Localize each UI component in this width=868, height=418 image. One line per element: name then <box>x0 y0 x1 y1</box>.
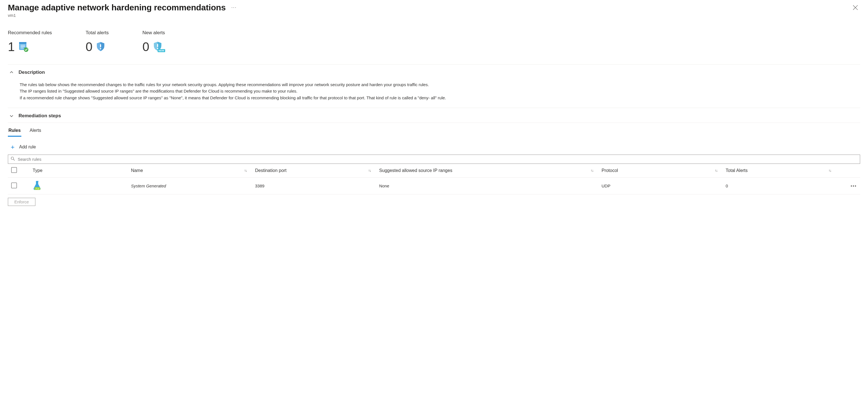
tabs: Rules Alerts <box>8 124 860 137</box>
plus-icon: ＋ <box>9 144 16 150</box>
description-line: If a recommended rule change shows "Sugg… <box>20 95 501 101</box>
metric-label: Total alerts <box>86 30 109 36</box>
section-title: Remediation steps <box>19 113 61 119</box>
section-toggle-remediation[interactable]: Remediation steps <box>8 108 860 123</box>
metric-value: 1 <box>8 41 14 53</box>
shield-new-icon: NEW <box>152 41 164 53</box>
metrics-bar: Recommended rules 1 Total alerts 0 <box>8 30 860 65</box>
cell-name: System Generated <box>131 177 255 194</box>
close-icon[interactable] <box>850 4 860 13</box>
row-checkbox[interactable] <box>11 183 17 188</box>
sort-icon: ↑↓ <box>828 168 831 173</box>
page-subtitle: vm1 <box>8 13 237 18</box>
sort-icon: ↑↓ <box>590 168 593 173</box>
table-row[interactable]: System Generated 3389 None UDP 0 ••• <box>8 177 860 194</box>
page-title: Manage adaptive network hardening recomm… <box>8 3 225 12</box>
tab-alerts[interactable]: Alerts <box>29 124 42 137</box>
cell-port: 3389 <box>255 177 379 194</box>
section-description: Description The rules tab below shows th… <box>8 65 860 108</box>
sort-icon: ↑↓ <box>244 168 247 173</box>
svg-point-13 <box>38 188 39 189</box>
svg-rect-1 <box>19 42 26 44</box>
flask-icon <box>33 187 42 192</box>
add-rule-label: Add rule <box>19 144 36 149</box>
metric-new-alerts: New alerts 0 NEW <box>143 30 165 53</box>
search-input[interactable] <box>8 154 860 164</box>
column-header-protocol[interactable]: Protocol↑↓ <box>601 164 725 178</box>
metric-value: 0 <box>86 41 92 53</box>
cell-protocol: UDP <box>601 177 725 194</box>
svg-rect-8 <box>157 44 158 47</box>
svg-point-10 <box>11 157 14 160</box>
svg-line-11 <box>13 159 15 161</box>
svg-point-12 <box>36 188 37 188</box>
description-body: The rules tab below shows the recommende… <box>8 79 502 108</box>
tab-rules[interactable]: Rules <box>8 124 21 137</box>
enforce-button[interactable]: Enforce <box>8 198 35 206</box>
column-header-name[interactable]: Name↑↓ <box>131 164 255 178</box>
metric-label: New alerts <box>143 30 165 36</box>
column-header-port[interactable]: Destination port↑↓ <box>255 164 379 178</box>
chevron-up-icon <box>9 70 13 74</box>
search-icon <box>11 156 15 162</box>
scroll-ok-icon <box>18 41 29 53</box>
metric-label: Recommended rules <box>8 30 52 36</box>
cell-alerts: 0 <box>725 177 839 194</box>
row-more-menu[interactable]: ••• <box>839 177 860 194</box>
column-header-ip[interactable]: Suggested allowed source IP ranges↑↓ <box>379 164 602 178</box>
column-header-type[interactable]: Type <box>33 164 131 178</box>
more-menu-icon[interactable]: ··· <box>231 5 237 10</box>
rules-table: Type Name↑↓ Destination port↑↓ Suggested… <box>8 164 860 195</box>
section-title: Description <box>19 70 45 75</box>
metric-total-alerts: Total alerts 0 <box>86 30 109 53</box>
select-all-checkbox[interactable] <box>11 167 17 173</box>
svg-point-7 <box>100 48 101 49</box>
sort-icon: ↑↓ <box>368 168 371 173</box>
svg-point-5 <box>24 47 28 52</box>
sort-icon: ↑↓ <box>715 168 717 173</box>
metric-value: 0 <box>143 41 149 53</box>
column-header-alerts[interactable]: Total Alerts↑↓ <box>725 164 839 178</box>
description-line: The rules tab below shows the recommende… <box>20 81 501 88</box>
add-rule-button[interactable]: ＋ Add rule <box>8 143 860 151</box>
cell-ip: None <box>379 177 602 194</box>
section-toggle-description[interactable]: Description <box>8 65 860 79</box>
section-remediation: Remediation steps <box>8 108 860 123</box>
chevron-down-icon <box>9 114 13 118</box>
svg-rect-6 <box>100 44 101 47</box>
new-badge: NEW <box>158 49 165 52</box>
metric-recommended-rules: Recommended rules 1 <box>8 30 52 53</box>
description-line: The IP ranges listed in "Suggested allow… <box>20 88 501 94</box>
shield-alert-icon <box>95 41 106 53</box>
